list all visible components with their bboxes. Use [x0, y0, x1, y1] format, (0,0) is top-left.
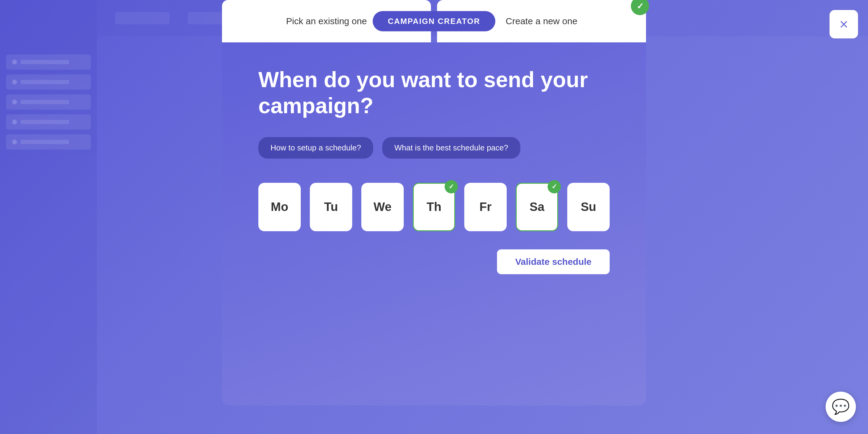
day-sunday-label: Su — [581, 200, 596, 214]
help-buttons-group: How to setup a schedule? What is the bes… — [258, 137, 610, 159]
bg-sidebar-item — [6, 114, 91, 130]
day-tuesday[interactable]: Tu — [310, 183, 352, 231]
day-thursday[interactable]: Th ✓ — [413, 183, 455, 231]
day-wednesday[interactable]: We — [361, 183, 404, 231]
bg-sidebar — [0, 0, 97, 434]
close-button[interactable]: × — [829, 9, 859, 39]
thursday-check-icon: ✓ — [444, 180, 458, 193]
bg-sidebar-items — [6, 55, 91, 154]
day-tuesday-label: Tu — [324, 200, 338, 214]
bg-text — [21, 140, 69, 144]
page-title: When do you want to send your campaign? — [258, 67, 610, 119]
day-friday[interactable]: Fr — [464, 183, 507, 231]
tab-pill-label: CAMPAIGN CREATOR — [373, 11, 495, 31]
bg-sidebar-item — [6, 134, 91, 149]
validate-schedule-button[interactable]: Validate schedule — [497, 249, 610, 274]
bg-nav-item — [115, 12, 169, 24]
tab-create-label: Create a new one — [506, 16, 578, 26]
tab-existing-label: Pick an existing one — [286, 16, 367, 26]
days-grid: Mo Tu We Th ✓ Fr Sa ✓ Su — [258, 183, 610, 231]
day-monday-label: Mo — [271, 200, 288, 214]
bg-text — [21, 120, 69, 124]
bg-dot — [12, 100, 17, 104]
day-wednesday-label: We — [373, 200, 391, 214]
bg-dot — [12, 120, 17, 124]
bg-text — [21, 80, 69, 84]
bg-sidebar-item — [6, 74, 91, 90]
bg-dot — [12, 60, 17, 64]
day-monday[interactable]: Mo — [258, 183, 301, 231]
bg-sidebar-item — [6, 94, 91, 109]
modal-body: When do you want to send your campaign? … — [222, 42, 646, 406]
bg-text — [21, 60, 69, 64]
day-thursday-label: Th — [427, 200, 441, 214]
bg-sidebar-item — [6, 55, 91, 70]
bg-dot — [12, 139, 17, 144]
bg-text — [21, 100, 69, 104]
day-sunday[interactable]: Su — [567, 183, 610, 231]
day-friday-label: Fr — [479, 200, 492, 214]
tab-bar: Pick an existing one CAMPAIGN CREATOR Cr… — [222, 0, 646, 42]
modal-container: Pick an existing one CAMPAIGN CREATOR Cr… — [222, 0, 646, 406]
saturday-check-icon: ✓ — [548, 180, 561, 193]
day-saturday-label: Sa — [530, 200, 545, 214]
chat-widget-button[interactable]: 💬 — [826, 392, 856, 422]
bg-dot — [12, 79, 17, 85]
help-schedule-button[interactable]: How to setup a schedule? — [258, 137, 373, 159]
day-saturday[interactable]: Sa ✓ — [516, 183, 558, 231]
help-pace-button[interactable]: What is the best schedule pace? — [382, 137, 520, 159]
